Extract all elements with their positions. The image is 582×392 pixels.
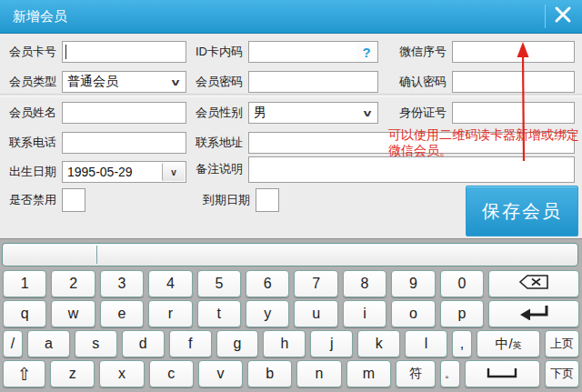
id-number-input[interactable]: [452, 102, 575, 124]
wechat-no-input[interactable]: [452, 41, 575, 63]
chevron-down-icon: v: [364, 103, 372, 123]
key-4[interactable]: 4: [148, 270, 192, 297]
help-icon[interactable]: ?: [356, 43, 376, 61]
keyboard-row-zxcv: ⇧ z x c v b n m 符 。 下页: [3, 360, 579, 387]
space-icon: [486, 366, 518, 382]
key-5[interactable]: 5: [197, 270, 241, 297]
key-e[interactable]: e: [100, 300, 144, 327]
birth-date-value: 1995-05-29: [67, 165, 133, 179]
group-separator: [0, 94, 582, 97]
birth-date-picker[interactable]: 1995-05-29 v: [62, 161, 186, 183]
key-n[interactable]: n: [296, 360, 341, 387]
keyboard-row-asdf: / a s d f g h j k l , 中/英 上页: [3, 330, 579, 357]
key-b[interactable]: b: [247, 360, 292, 387]
prev-page-key[interactable]: 上页: [545, 330, 579, 357]
ime-composition-bar[interactable]: [2, 243, 578, 266]
dialog-title: 新增会员: [13, 0, 67, 33]
key-l[interactable]: l: [405, 330, 447, 357]
wechat-annotation: 可以使用二维码读卡器新增或绑定 微信会员。: [388, 127, 582, 158]
field-member-type: 会员类型 普通会员 v: [9, 71, 186, 93]
key-s[interactable]: s: [75, 330, 117, 357]
member-name-input[interactable]: [62, 102, 186, 124]
expiry-checkbox[interactable]: [256, 188, 279, 212]
key-comma[interactable]: ,: [452, 330, 472, 357]
member-card-label: 会员卡号: [9, 44, 56, 60]
symbol-key[interactable]: 符: [396, 360, 436, 387]
next-page-key[interactable]: 下页: [545, 360, 579, 387]
key-a[interactable]: a: [27, 330, 70, 357]
key-v[interactable]: v: [198, 360, 243, 387]
member-type-select[interactable]: 普通会员 v: [62, 71, 186, 93]
key-z[interactable]: z: [50, 360, 95, 387]
key-k[interactable]: k: [357, 330, 400, 357]
disabled-checkbox[interactable]: [62, 188, 85, 212]
address-label: 联系地址: [195, 135, 243, 151]
ime-bar-divider: [96, 246, 97, 264]
key-1[interactable]: 1: [3, 270, 46, 297]
member-type-value: 普通会员: [67, 74, 118, 90]
enter-key[interactable]: [488, 300, 579, 327]
field-member-card: 会员卡号: [9, 41, 186, 63]
annotation-line2: 微信会员。: [388, 143, 582, 158]
key-7[interactable]: 7: [294, 270, 337, 297]
date-dropdown-button[interactable]: v: [162, 163, 185, 181]
add-member-dialog: 新增会员 会员卡号 ID卡内码 ? 微信序号 会员类型: [0, 0, 582, 392]
key-u[interactable]: u: [294, 300, 337, 327]
key-r[interactable]: r: [148, 300, 192, 327]
key-3[interactable]: 3: [100, 270, 144, 297]
confirm-password-input[interactable]: [452, 71, 575, 93]
key-y[interactable]: y: [246, 300, 289, 327]
id-card-label: ID卡内码: [195, 44, 243, 60]
key-0[interactable]: 0: [440, 270, 484, 297]
shift-key[interactable]: ⇧: [3, 360, 45, 387]
key-2[interactable]: 2: [51, 270, 95, 297]
id-number-label: 身份证号: [393, 105, 447, 121]
lang-zh-label: 中/: [495, 336, 512, 353]
field-remark: 备注说明: [195, 158, 575, 180]
key-x[interactable]: x: [99, 360, 144, 387]
wechat-no-label: 微信序号: [393, 44, 447, 60]
key-8[interactable]: 8: [343, 270, 386, 297]
period-key[interactable]: 。: [440, 360, 460, 387]
key-o[interactable]: o: [391, 300, 435, 327]
phone-label: 联系电话: [9, 135, 56, 151]
key-6[interactable]: 6: [246, 270, 289, 297]
remark-label: 备注说明: [195, 161, 243, 177]
space-key[interactable]: [465, 360, 540, 387]
member-card-input[interactable]: [62, 41, 186, 63]
password-input[interactable]: [248, 71, 378, 93]
key-9[interactable]: 9: [391, 270, 435, 297]
save-member-button[interactable]: 保存会员: [466, 186, 578, 236]
gender-select[interactable]: 男 v: [248, 102, 378, 124]
key-i[interactable]: i: [343, 300, 386, 327]
phone-input[interactable]: [62, 132, 186, 154]
expiry-label: 到期日期: [202, 192, 250, 208]
key-w[interactable]: w: [51, 300, 95, 327]
keyboard-row-qwerty: q w e r t y u i o p: [3, 300, 579, 327]
key-h[interactable]: h: [263, 330, 306, 357]
lang-en-label: 英: [513, 339, 522, 352]
remark-input[interactable]: [248, 156, 575, 183]
shift-icon: ⇧: [17, 364, 32, 385]
member-type-label: 会员类型: [9, 74, 56, 90]
key-slash[interactable]: /: [3, 330, 23, 357]
key-c[interactable]: c: [149, 360, 194, 387]
text-caret: [65, 45, 66, 59]
close-button[interactable]: [549, 4, 577, 29]
field-gender: 会员性别 男 v: [195, 102, 378, 124]
key-q[interactable]: q: [3, 300, 46, 327]
onscreen-keyboard: 1 2 3 4 5 6 7 8 9 0 q w e r t y u i: [0, 238, 582, 392]
lang-toggle-key[interactable]: 中/英: [477, 330, 540, 357]
id-card-input[interactable]: ?: [248, 41, 378, 63]
key-f[interactable]: f: [169, 330, 212, 357]
field-expiry: 到期日期: [202, 188, 279, 212]
key-p[interactable]: p: [440, 300, 484, 327]
key-t[interactable]: t: [197, 300, 241, 327]
key-j[interactable]: j: [310, 330, 353, 357]
backspace-key[interactable]: [488, 270, 579, 297]
field-phone: 联系电话: [9, 132, 186, 154]
enter-icon: [518, 304, 549, 324]
key-g[interactable]: g: [216, 330, 259, 357]
key-m[interactable]: m: [346, 360, 391, 387]
key-d[interactable]: d: [122, 330, 165, 357]
